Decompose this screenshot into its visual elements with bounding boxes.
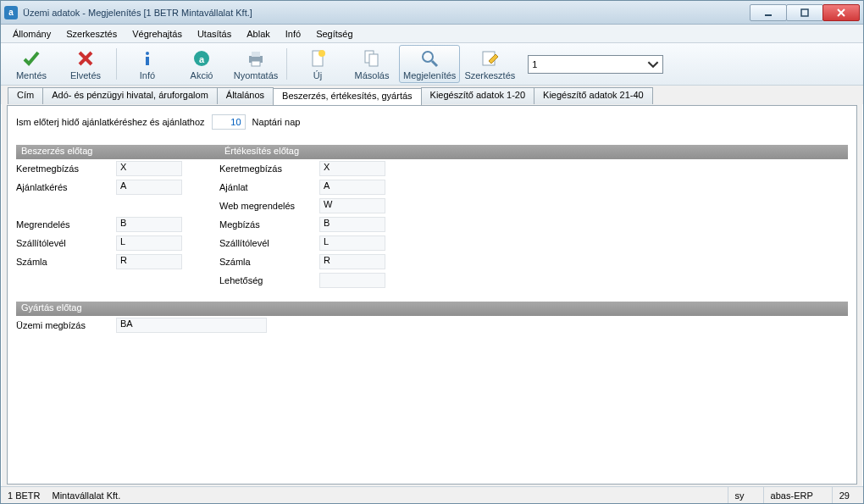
svg-point-4 bbox=[146, 52, 149, 55]
tab-cim[interactable]: Cím bbox=[8, 87, 43, 104]
col-ertekesites: Értékesítés előtag Keretmegbízás X Ajánl… bbox=[219, 145, 848, 290]
printer-icon bbox=[246, 48, 266, 69]
b-ajanlatkeres-value[interactable]: A bbox=[116, 180, 182, 195]
maximize-button[interactable] bbox=[786, 4, 823, 21]
minimize-button[interactable] bbox=[750, 4, 787, 21]
tool-akcio[interactable]: a Akció bbox=[174, 45, 229, 83]
tab-kieg1[interactable]: Kiegészítő adatok 1-20 bbox=[421, 87, 535, 104]
e-web-label: Web megrendelés bbox=[219, 201, 313, 211]
section-beszerzes-header: Beszerzés előtag bbox=[16, 145, 219, 159]
titlebar: a Üzemi adatok - Megjelenítés [1 BETR Mi… bbox=[1, 1, 863, 25]
menubar: Állomány Szerkesztés Végrehajtás Utasítá… bbox=[1, 25, 863, 43]
menu-allomany[interactable]: Állomány bbox=[6, 27, 58, 41]
toolbar-combo[interactable]: 1 bbox=[528, 55, 663, 74]
menu-segitseg[interactable]: Segítség bbox=[309, 27, 359, 41]
g-uzemi-value[interactable]: BA bbox=[116, 318, 267, 333]
tool-elvetes-label: Elvetés bbox=[70, 70, 101, 80]
tool-masolas[interactable]: Másolás bbox=[345, 45, 399, 83]
window-title: Üzemi adatok - Megjelenítés [1 BETR Mint… bbox=[23, 8, 252, 18]
window-root: a Üzemi adatok - Megjelenítés [1 BETR Mi… bbox=[0, 0, 864, 504]
tab-page: Ism előterj hidő ajánlatkéréshez és aján… bbox=[7, 105, 857, 485]
tab-ado[interactable]: Adó- és pénzügyi hivatal, áruforgalom bbox=[42, 87, 218, 104]
b-szamla-label: Számla bbox=[16, 257, 109, 267]
tool-megjelenites-label: Megjelenítés bbox=[403, 70, 456, 80]
tab-altalanos[interactable]: Általános bbox=[217, 87, 274, 104]
e-szallitolevel-value[interactable]: L bbox=[319, 235, 385, 251]
e-ajanlat-label: Ajánlat bbox=[219, 182, 313, 192]
e-szamla-label: Számla bbox=[219, 257, 313, 267]
tool-info[interactable]: Infó bbox=[120, 45, 174, 83]
action-icon: a bbox=[191, 48, 212, 69]
window-buttons bbox=[750, 4, 860, 21]
check-icon bbox=[21, 48, 42, 69]
status-right-3: 29 bbox=[832, 487, 856, 503]
b-megrendeles-label: Megrendelés bbox=[16, 219, 109, 230]
section-ertekesites-header: Értékesítés előtag bbox=[219, 145, 848, 159]
svg-rect-9 bbox=[252, 52, 260, 57]
new-doc-icon bbox=[307, 48, 328, 69]
status-left-1: 1 BETR bbox=[8, 490, 41, 501]
close-icon bbox=[837, 8, 845, 17]
section-gyartas-header: Gyártás előtag bbox=[16, 302, 848, 316]
b-keretmegbizas-value[interactable]: X bbox=[116, 161, 182, 176]
e-lehetoseg-value[interactable] bbox=[319, 273, 385, 288]
svg-line-16 bbox=[432, 61, 437, 66]
e-keretmegbizas-label: Keretmegbízás bbox=[219, 163, 313, 174]
tool-masolas-label: Másolás bbox=[355, 70, 390, 80]
tab-kieg2[interactable]: Kiegészítő adatok 21-40 bbox=[534, 87, 653, 104]
tool-nyomtatas[interactable]: Nyomtatás bbox=[229, 45, 283, 83]
tab-beszerzes[interactable]: Beszerzés, értékesítés, gyártás bbox=[273, 88, 421, 105]
svg-point-12 bbox=[318, 50, 325, 57]
menu-ablak[interactable]: Ablak bbox=[240, 27, 277, 41]
tool-elvetes[interactable]: Elvetés bbox=[58, 45, 113, 83]
minimize-icon bbox=[764, 8, 773, 17]
e-lehetoseg-label: Lehetőség bbox=[219, 275, 313, 285]
svg-rect-10 bbox=[252, 61, 260, 66]
toolbar: Mentés Elvetés Infó a Akció Nyomtatás Új… bbox=[1, 43, 863, 86]
isme-value-field[interactable] bbox=[212, 114, 246, 130]
tool-uj[interactable]: Új bbox=[291, 45, 345, 83]
g-uzemi-label: Üzemi megbízás bbox=[16, 320, 109, 330]
status-left-2: Mintavállalat Kft. bbox=[53, 490, 121, 501]
tool-uj-label: Új bbox=[313, 70, 322, 80]
b-keretmegbizas-label: Keretmegbízás bbox=[16, 163, 109, 174]
e-megbizas-label: Megbízás bbox=[219, 219, 313, 230]
b-szamla-value[interactable]: R bbox=[116, 254, 182, 269]
tabstrip: Cím Adó- és pénzügyi hivatal, áruforgalo… bbox=[1, 86, 863, 104]
svg-rect-1 bbox=[801, 9, 808, 16]
toolbar-combo-value: 1 bbox=[532, 59, 537, 69]
status-right-2: abas-ERP bbox=[763, 487, 820, 503]
tool-mentes[interactable]: Mentés bbox=[4, 45, 58, 83]
edit-icon bbox=[479, 48, 500, 69]
tool-akcio-label: Akció bbox=[191, 70, 213, 80]
tool-szerkesztes[interactable]: Szerkesztés bbox=[460, 45, 519, 83]
tool-szerkesztes-label: Szerkesztés bbox=[464, 70, 515, 80]
info-icon bbox=[137, 48, 158, 69]
cross-icon bbox=[75, 48, 96, 69]
b-megrendeles-value[interactable]: B bbox=[116, 217, 182, 232]
e-szamla-value[interactable]: R bbox=[319, 254, 385, 269]
menu-szerkesztes[interactable]: Szerkesztés bbox=[59, 27, 124, 41]
status-right-1: sy bbox=[728, 487, 751, 503]
svg-text:a: a bbox=[199, 54, 205, 64]
isme-label: Ism előterj hidő ajánlatkéréshez és aján… bbox=[16, 117, 205, 127]
tool-megjelenites[interactable]: Megjelenítés bbox=[399, 45, 460, 83]
col-beszerzes: Beszerzés előtag Keretmegbízás X Ajánlat… bbox=[16, 145, 219, 290]
close-button[interactable] bbox=[822, 4, 860, 21]
maximize-icon bbox=[800, 8, 809, 17]
svg-rect-14 bbox=[369, 54, 378, 66]
tool-nyomtatas-label: Nyomtatás bbox=[234, 70, 279, 80]
e-szallitolevel-label: Szállítólevél bbox=[219, 238, 313, 248]
app-icon: a bbox=[4, 6, 18, 19]
magnifier-icon bbox=[419, 48, 440, 69]
menu-info[interactable]: Infó bbox=[279, 27, 307, 41]
svg-point-15 bbox=[423, 52, 433, 62]
e-megbizas-value[interactable]: B bbox=[319, 217, 385, 232]
e-web-value[interactable]: W bbox=[319, 198, 385, 213]
tool-mentes-label: Mentés bbox=[16, 70, 47, 80]
menu-vegrehajtas[interactable]: Végrehajtás bbox=[125, 27, 189, 41]
menu-utasitas[interactable]: Utasítás bbox=[191, 27, 238, 41]
b-szallitolevel-value[interactable]: L bbox=[116, 235, 182, 251]
e-keretmegbizas-value[interactable]: X bbox=[319, 161, 385, 176]
e-ajanlat-value[interactable]: A bbox=[319, 180, 385, 195]
